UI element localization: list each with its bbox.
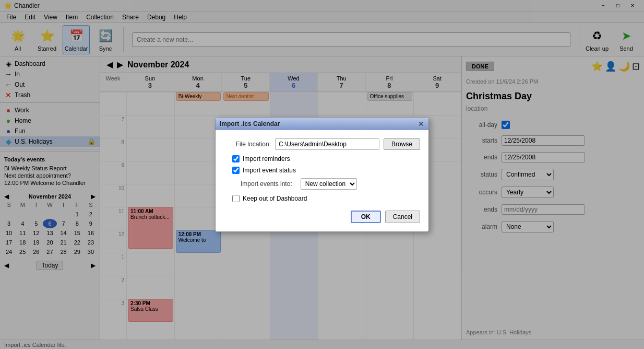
modal-reminders-checkbox[interactable] — [232, 155, 240, 162]
modal-reminders-row: Import reminders — [224, 155, 420, 162]
modal-import-into-select[interactable]: New collection U.S. Holidays Work Home — [301, 178, 357, 190]
modal-file-row: File location: Browse — [224, 138, 420, 150]
modal-close-button[interactable]: ✕ — [418, 120, 424, 128]
modal-body: File location: Browse Import reminders I… — [216, 130, 428, 231]
modal-cancel-button[interactable]: Cancel — [385, 211, 420, 223]
modal-import-into-label: Import events into: — [241, 180, 292, 188]
import-modal: Import .ics Calendar ✕ File location: Br… — [215, 117, 429, 232]
modal-footer: OK Cancel — [224, 206, 420, 223]
modal-keep-out-row: Keep out of Dashboard — [224, 195, 420, 202]
modal-titlebar: Import .ics Calendar ✕ — [216, 118, 428, 130]
modal-keep-out-label: Keep out of Dashboard — [243, 195, 307, 202]
modal-ok-button[interactable]: OK — [351, 211, 381, 223]
modal-keep-out-checkbox[interactable] — [232, 195, 240, 202]
modal-overlay: Import .ics Calendar ✕ File location: Br… — [0, 0, 644, 349]
modal-file-input[interactable] — [275, 138, 379, 150]
modal-file-label: File location: — [224, 141, 271, 148]
modal-event-status-label: Import event status — [243, 167, 296, 174]
modal-reminders-label: Import reminders — [243, 155, 290, 162]
modal-event-status-row: Import event status — [224, 167, 420, 174]
modal-title: Import .ics Calendar — [220, 120, 280, 127]
modal-event-status-checkbox[interactable] — [232, 167, 240, 174]
modal-import-into-row: Import events into: New collection U.S. … — [232, 178, 420, 190]
modal-browse-button[interactable]: Browse — [384, 138, 420, 150]
